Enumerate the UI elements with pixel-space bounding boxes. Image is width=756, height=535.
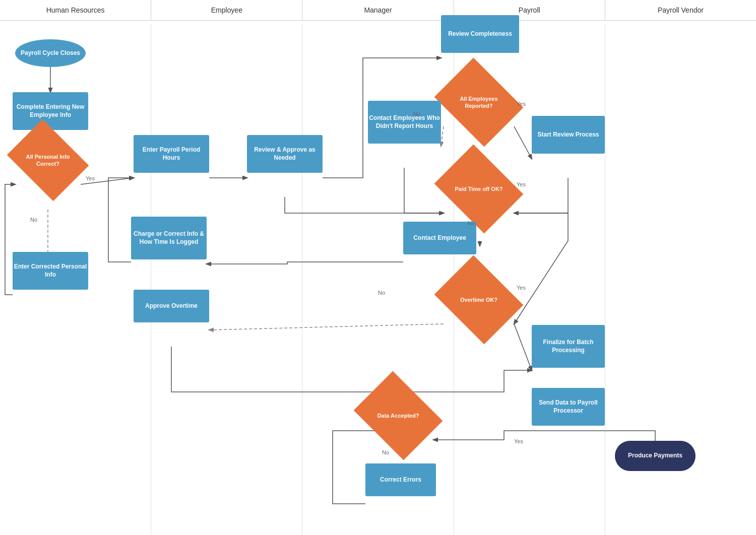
label-no-pto: No bbox=[468, 220, 475, 226]
approve-overtime: Approve Overtime bbox=[134, 290, 209, 322]
label-no-data: No bbox=[382, 449, 389, 455]
header-manager: Manager bbox=[302, 0, 454, 20]
label-no-overtime: No bbox=[378, 290, 385, 296]
paid-time-off: Paid Time off OK? bbox=[444, 161, 514, 217]
complete-new-employee: Complete Entering New Employee Info bbox=[13, 92, 88, 130]
payroll-cycle-closes: Payroll Cycle Closes bbox=[15, 39, 86, 67]
charge-correct-info: Charge or Correct Info & How Time Is Log… bbox=[131, 217, 207, 259]
label-yes-personal: Yes bbox=[86, 175, 95, 181]
data-accepted: Data Accepted? bbox=[363, 388, 433, 443]
label-no-personal: No bbox=[30, 217, 37, 223]
diagram-container: Human Resources Employee Manager Payroll… bbox=[0, 0, 756, 535]
header-hr: Human Resources bbox=[0, 0, 151, 20]
review-completeness: Review Completeness bbox=[441, 15, 519, 53]
header-row: Human Resources Employee Manager Payroll… bbox=[0, 0, 756, 21]
produce-payments: Produce Payments bbox=[615, 441, 696, 471]
col-employee bbox=[151, 24, 302, 535]
overtime-ok: Overtime OK? bbox=[444, 272, 514, 327]
start-review: Start Review Process bbox=[532, 116, 605, 154]
send-data: Send Data to Payroll Processor bbox=[532, 388, 605, 426]
contact-employees: Contact Employees Who Didn't Report Hour… bbox=[368, 101, 441, 144]
enter-corrected-personal: Enter Corrected Personal Info bbox=[13, 252, 88, 290]
header-employee: Employee bbox=[151, 0, 302, 20]
all-employees-reported: All Employees Reported? bbox=[444, 75, 514, 130]
label-yes-data: Yes bbox=[514, 438, 523, 444]
review-approve: Review & Approve as Needed bbox=[247, 135, 323, 173]
all-personal-info: All Personal Info Correct? bbox=[15, 135, 81, 185]
correct-errors: Correct Errors bbox=[365, 463, 436, 496]
contact-employee: Contact Employee bbox=[403, 222, 476, 254]
enter-payroll-hours: Enter Payroll Period Hours bbox=[134, 135, 209, 173]
label-yes-pto: Yes bbox=[517, 181, 526, 187]
label-yes-employees: Yes bbox=[517, 101, 526, 107]
label-no-employees: No bbox=[413, 111, 420, 117]
finalize-batch: Finalize for Batch Processing bbox=[532, 325, 605, 368]
label-yes-overtime: Yes bbox=[517, 285, 526, 291]
header-vendor: Payroll Vendor bbox=[605, 0, 756, 20]
